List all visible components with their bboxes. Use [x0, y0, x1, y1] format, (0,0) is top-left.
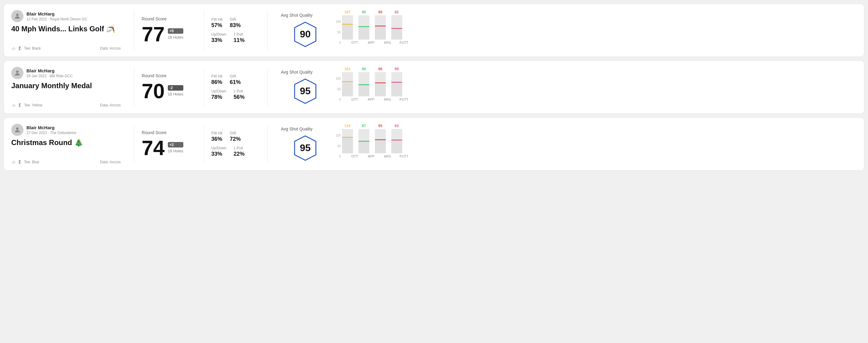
- fw-hit-label: FW Hit: [211, 74, 222, 79]
- x-label-ott: OTT: [349, 98, 360, 101]
- bar-fill-ott: [342, 81, 353, 96]
- score-number: 70: [142, 81, 165, 101]
- user-info: Blair McHarg 29 Jan 2022 · Mill Ride GCC: [11, 67, 121, 79]
- bar-group-putt: 99: [391, 67, 402, 96]
- stat-fw-hit: FW Hit 57%: [211, 17, 222, 29]
- bar-line-putt: [391, 82, 402, 83]
- user-info: Blair McHarg 27 Dec 2021 · The Oxfordshi…: [11, 124, 121, 136]
- score-number: 77: [142, 24, 165, 44]
- x-label-putt: PUTT: [399, 154, 409, 158]
- bar-line-putt: [391, 139, 402, 141]
- stats-row-top: FW Hit 57% GIR 83%: [211, 17, 260, 29]
- x-label-putt: PUTT: [399, 41, 409, 44]
- cloud-icon: ☁️: [11, 103, 16, 107]
- bar-value-ott: 101: [344, 67, 350, 71]
- avatar: [11, 67, 23, 79]
- score-section: Round Score 70 -2 18 Holes: [142, 67, 196, 107]
- updown-label: Up/Down: [211, 146, 226, 150]
- round-title: January Monthly Medal: [11, 82, 121, 90]
- y-axis-mid: 50: [336, 88, 341, 91]
- bar-fill-ott: [342, 137, 353, 153]
- bar-fill-putt: [391, 28, 402, 39]
- y-axis-top: 100: [336, 134, 341, 137]
- user-details: Blair McHarg 27 Dec 2021 · The Oxfordshi…: [26, 125, 76, 135]
- left-section: Blair McHarg 29 Jan 2022 · Mill Ride GCC…: [11, 67, 127, 107]
- quality-section: Avg Shot Quality 95: [275, 67, 336, 107]
- divider-3: [267, 67, 268, 107]
- bar-line-app: [359, 84, 369, 85]
- score-badge: -2: [168, 85, 183, 91]
- bar-value-arg: 98: [378, 10, 382, 14]
- bar-value-app: 86: [362, 67, 366, 71]
- divider-1: [134, 10, 134, 51]
- fw-hit-label: FW Hit: [211, 131, 222, 135]
- bar-group-arg: 98: [375, 10, 386, 39]
- cloud-icon: ☁️: [11, 160, 16, 164]
- bar-line-arg: [375, 83, 386, 83]
- bar-wrapper-arg: [375, 15, 386, 39]
- score-badge-holes: +5 18 Holes: [168, 28, 183, 39]
- bar-wrapper-ott: [342, 15, 353, 39]
- round-title: Christmas Round 🎄: [11, 138, 121, 147]
- bar-fill-arg: [375, 139, 386, 153]
- cloud-icon: ☁️: [11, 46, 16, 51]
- score-row: 77 +5 18 Holes: [142, 24, 196, 44]
- bar-wrapper-arg: [375, 72, 386, 96]
- bag-icon: 🏌️: [18, 46, 22, 51]
- score-label: Round Score: [142, 130, 196, 135]
- bar-fill-arg: [375, 83, 386, 96]
- bar-group-ott: 107: [342, 10, 353, 39]
- round-title: 40 Mph Winds... Links Golf 🪃: [11, 25, 121, 33]
- stats-section: FW Hit 36% GIR 72% Up/Down 33% 1 Putt 22…: [211, 124, 260, 164]
- bar-value-putt: 82: [395, 10, 399, 14]
- bar-fill-app: [359, 84, 369, 96]
- bar-group-arg: 95: [375, 124, 386, 153]
- stat-updown: Up/Down 33%: [211, 146, 226, 157]
- oneputt-label: 1 Putt: [234, 32, 244, 36]
- y-axis-bot: 0: [336, 98, 341, 101]
- stat-gir: GIR 61%: [230, 74, 241, 86]
- gir-label: GIR: [230, 131, 241, 135]
- stat-updown: Up/Down 33%: [211, 32, 226, 43]
- data-source: Data: Arccos: [100, 160, 121, 164]
- bar-group-putt: 93: [391, 124, 402, 153]
- bar-value-app: 87: [362, 124, 366, 128]
- oneputt-label: 1 Putt: [234, 146, 244, 150]
- stat-oneputt: 1 Putt 11%: [234, 32, 244, 43]
- user-details: Blair McHarg 29 Jan 2022 · Mill Ride GCC: [26, 68, 73, 78]
- bar-line-putt: [391, 28, 402, 29]
- divider-1: [134, 124, 134, 164]
- gir-label: GIR: [230, 74, 241, 79]
- x-label-app: APP: [366, 154, 377, 158]
- hexagon-container: 95: [291, 134, 319, 162]
- x-label-ott: OTT: [349, 41, 360, 44]
- tee-info: ☁️ 🏌️ Tee: Blue: [11, 160, 39, 164]
- user-name: Blair McHarg: [26, 68, 73, 73]
- bar-line-app: [359, 26, 369, 27]
- bar-wrapper-app: [359, 15, 369, 39]
- stats-row-bottom: Up/Down 33% 1 Putt 22%: [211, 146, 260, 157]
- card-footer: ☁️ 🏌️ Tee: Yellow Data: Arccos: [11, 103, 121, 107]
- score-number: 74: [142, 137, 165, 158]
- date-course: 12 Feb 2022 · Royal North Devon GC: [26, 17, 87, 21]
- gir-label: GIR: [230, 17, 241, 22]
- x-label-arg: ARG: [382, 98, 393, 101]
- tee-label: Tee: Black: [24, 46, 41, 51]
- date-course: 29 Jan 2022 · Mill Ride GCC: [26, 74, 73, 78]
- score-label: Round Score: [142, 73, 196, 78]
- y-axis-bot: 0: [336, 155, 341, 158]
- bar-line-ott: [342, 24, 353, 25]
- avatar: [11, 124, 23, 136]
- avatar: [11, 10, 23, 22]
- stat-updown: Up/Down 78%: [211, 89, 226, 100]
- bar-group-putt: 82: [391, 10, 402, 39]
- bar-fill-putt: [391, 82, 402, 96]
- hexagon-container: 90: [291, 21, 319, 48]
- bar-wrapper-putt: [391, 129, 402, 153]
- bar-line-app: [359, 141, 369, 142]
- updown-value: 33%: [211, 151, 226, 157]
- bar-fill-app: [359, 141, 369, 153]
- score-section: Round Score 74 +2 18 Holes: [142, 124, 196, 164]
- bar-wrapper-putt: [391, 72, 402, 96]
- x-label-arg: ARG: [382, 154, 393, 158]
